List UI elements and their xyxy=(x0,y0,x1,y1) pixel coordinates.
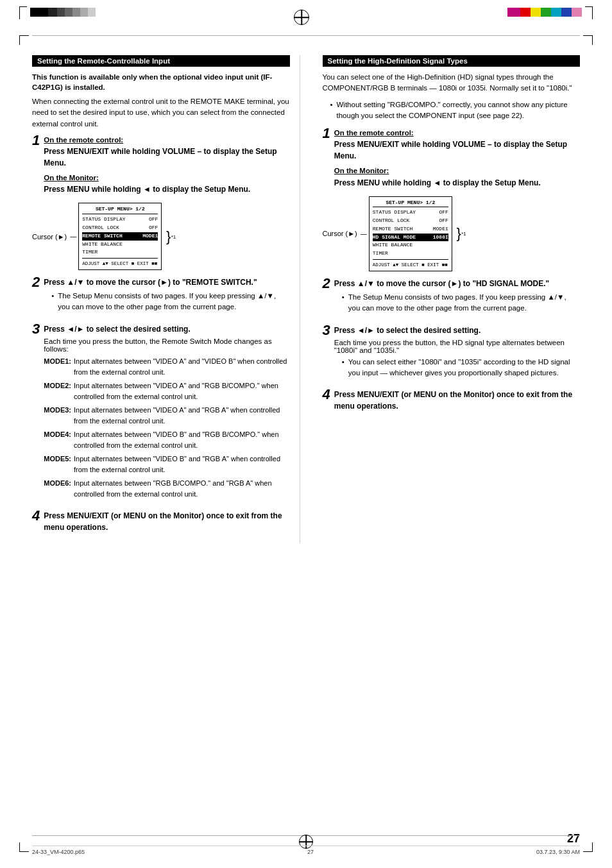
left-step3-number: 3 xyxy=(32,322,40,336)
center-reg-mark xyxy=(294,10,309,25)
left-step3-content: Press ◄/► to select the desired setting.… xyxy=(44,323,289,503)
left-menu-diagram: Cursor (►) — SET-UP MENU> 1/2 STATUS DIS… xyxy=(32,203,290,270)
left-menu-line3-highlight: REMOTE SWITCHMODE1 xyxy=(82,232,158,241)
right-step1-subtext: Press MENU while holding ◄ to display th… xyxy=(334,177,580,189)
left-color-strip xyxy=(30,8,96,18)
right-step4-number: 4 xyxy=(323,387,330,402)
right-menu-line4-highlight: HD SIGNAL MODE1080I xyxy=(373,234,448,242)
right-step1-sublabel: On the Monitor: xyxy=(334,166,580,176)
right-step3-text: Press ◄/► to select the desired setting. xyxy=(334,325,580,336)
left-mode5-label: MODE5: xyxy=(44,454,71,475)
left-intro-text: When connecting the external control uni… xyxy=(32,96,290,130)
right-step1-text: Press MENU/EXIT while holding VOLUME – t… xyxy=(334,139,580,162)
left-step1-number: 1 xyxy=(32,133,40,148)
right-bracket-note: *1 xyxy=(461,231,466,237)
left-section-header: Setting the Remote-Controllable Input xyxy=(32,55,290,67)
right-section-header: Setting the High-Definition Signal Types xyxy=(323,55,581,67)
left-mode6-label: MODE6: xyxy=(44,478,71,500)
right-step4-content: Press MENU/EXIT (or MENU on the Monitor)… xyxy=(334,389,580,414)
left-color-bars xyxy=(19,0,96,19)
footer-center: 27 xyxy=(307,849,314,855)
left-mode6: MODE6: Input alternates between "RGB B/C… xyxy=(44,478,289,500)
left-mode3-label: MODE3: xyxy=(44,405,71,427)
right-step2: 2 Press ▲/▼ to move the cursor (►) to "H… xyxy=(323,278,581,317)
right-step4-text: Press MENU/EXIT (or MENU on the Monitor)… xyxy=(334,389,580,412)
left-menu-box-wrapper: SET-UP MENU> 1/2 STATUS DISPLAYOFF CONTR… xyxy=(78,203,162,270)
right-menu-line5: WHITE BALANCE xyxy=(373,241,448,250)
left-menu-line4: WHITE BALANCE xyxy=(82,241,158,249)
left-step3-desc: Each time you press the button, the Remo… xyxy=(44,337,289,353)
left-cursor-label: Cursor (►) xyxy=(32,233,67,241)
left-bracket-note: *1 xyxy=(171,234,176,239)
left-step1-label: On the remote control: xyxy=(44,135,289,146)
right-step2-number: 2 xyxy=(323,277,330,291)
left-mode2-desc: Input alternates between "VIDEO A" and "… xyxy=(74,380,289,402)
right-step2-text: Press ▲/▼ to move the cursor (►) to "HD … xyxy=(334,278,580,289)
right-intro-bullet: Without setting "RGB/COMPO." correctly, … xyxy=(330,99,581,122)
left-mode1: MODE1: Input alternates between "VIDEO A… xyxy=(44,356,289,378)
left-step1-text: Press MENU/EXIT while holding VOLUME – t… xyxy=(44,146,289,169)
right-menu-line2: CONTROL LOCKOFF xyxy=(373,217,448,225)
right-step3-desc: Each time you press the button, the HD s… xyxy=(334,339,580,354)
right-step3-content: Press ◄/► to select the desired setting.… xyxy=(334,325,580,382)
right-color-bars xyxy=(507,0,593,19)
left-menu-box: SET-UP MENU> 1/2 STATUS DISPLAYOFF CONTR… xyxy=(78,203,162,270)
right-cursor-arrow: — xyxy=(361,230,367,237)
left-mode-list: MODE1: Input alternates between "VIDEO A… xyxy=(44,356,289,500)
left-step4-number: 4 xyxy=(32,509,40,523)
right-color-strip xyxy=(507,8,582,18)
footer-left: 24-33_VM-4200.p65 xyxy=(32,849,85,855)
footer-bar: 24-33_VM-4200.p65 27 03.7.23, 9:30 AM xyxy=(32,846,580,855)
left-step4-text: Press MENU/EXIT (or MENU on the Monitor)… xyxy=(44,510,289,533)
left-mode1-desc: Input alternates between "VIDEO A" and "… xyxy=(74,356,289,378)
left-step1-sublabel: On the Monitor: xyxy=(44,173,289,183)
right-intro-text: You can select one of the High-Definitio… xyxy=(323,72,581,94)
left-menu-line5: TIMER xyxy=(82,248,158,257)
left-step2-text: Press ▲/▼ to move the cursor (►) to "REM… xyxy=(44,277,289,288)
right-step1-content: On the remote control: Press MENU/EXIT w… xyxy=(334,128,580,189)
right-menu-box-wrapper: SET-UP MENU> 1/2 STATUS DISPLAYOFF CONTR… xyxy=(369,196,452,272)
left-step2-number: 2 xyxy=(32,275,40,289)
right-step3: 3 Press ◄/► to select the desired settin… xyxy=(323,325,581,382)
left-step2-content: Press ▲/▼ to move the cursor (►) to "REM… xyxy=(44,277,289,316)
right-column: Setting the High-Definition Signal Types… xyxy=(313,55,581,543)
right-menu-diagram: Cursor (►) — SET-UP MENU> 1/2 STATUS DIS… xyxy=(323,196,581,272)
right-menu-title: SET-UP MENU> 1/2 xyxy=(373,199,448,208)
left-mode3: MODE3: Input alternates between "VIDEO A… xyxy=(44,405,289,427)
left-mode2: MODE2: Input alternates between "VIDEO A… xyxy=(44,380,289,402)
right-menu-line6: TIMER xyxy=(373,250,448,258)
left-mode1-label: MODE1: xyxy=(44,356,71,378)
right-step3-bullet: You can select either "1080i" and "1035i… xyxy=(342,357,580,379)
right-menu-line3: REMOTE SWITCHMODE1 xyxy=(373,225,448,234)
right-menu-box: SET-UP MENU> 1/2 STATUS DISPLAYOFF CONTR… xyxy=(369,196,452,272)
corner-br xyxy=(583,842,593,852)
left-mode5: MODE5: Input alternates between "VIDEO B… xyxy=(44,454,289,475)
left-step3: 3 Press ◄/► to select the desired settin… xyxy=(32,323,290,503)
right-menu-line1: STATUS DISPLAYOFF xyxy=(373,208,448,217)
corner-bl xyxy=(19,842,29,852)
left-bold-intro: This function is available only when the… xyxy=(32,72,290,92)
left-bracket: } xyxy=(166,230,171,244)
left-step2-bullet: The Setup Menu consists of two pages. If… xyxy=(51,291,289,313)
left-menu-footer: ADJUST ▲▼ SELECT ■ EXIT ■■ xyxy=(82,258,158,268)
left-menu-line2: CONTROL LOCKOFF xyxy=(82,224,158,232)
top-registration-area xyxy=(0,0,612,35)
right-step1-label: On the remote control: xyxy=(334,128,580,139)
right-cursor-label: Cursor (►) xyxy=(323,230,357,237)
left-step1-subtext: Press MENU while holding ◄ to display th… xyxy=(44,183,289,195)
left-step1: 1 On the remote control: Press MENU/EXIT… xyxy=(32,135,290,196)
left-mode6-desc: Input alternates between "RGB B/COMPO." … xyxy=(74,478,289,500)
left-column: Setting the Remote-Controllable Input Th… xyxy=(32,55,300,543)
left-step4-content: Press MENU/EXIT (or MENU on the Monitor)… xyxy=(44,510,289,536)
right-menu-footer: ADJUST ▲▼ SELECT ■ EXIT ■■ xyxy=(373,259,448,269)
right-step2-content: Press ▲/▼ to move the cursor (►) to "HD … xyxy=(334,278,580,317)
left-step3-text: Press ◄/► to select the desired setting. xyxy=(44,323,289,335)
left-mode3-desc: Input alternates between "VIDEO A" and "… xyxy=(74,405,289,427)
left-mode4-desc: Input alternates between "VIDEO B" and "… xyxy=(74,429,289,451)
right-step1: 1 On the remote control: Press MENU/EXIT… xyxy=(323,128,581,189)
right-step3-number: 3 xyxy=(323,323,330,337)
right-step4: 4 Press MENU/EXIT (or MENU on the Monito… xyxy=(323,389,581,414)
footer-right: 03.7.23, 9:30 AM xyxy=(536,849,580,855)
left-mode2-label: MODE2: xyxy=(44,380,71,402)
left-step2: 2 Press ▲/▼ to move the cursor (►) to "R… xyxy=(32,277,290,316)
